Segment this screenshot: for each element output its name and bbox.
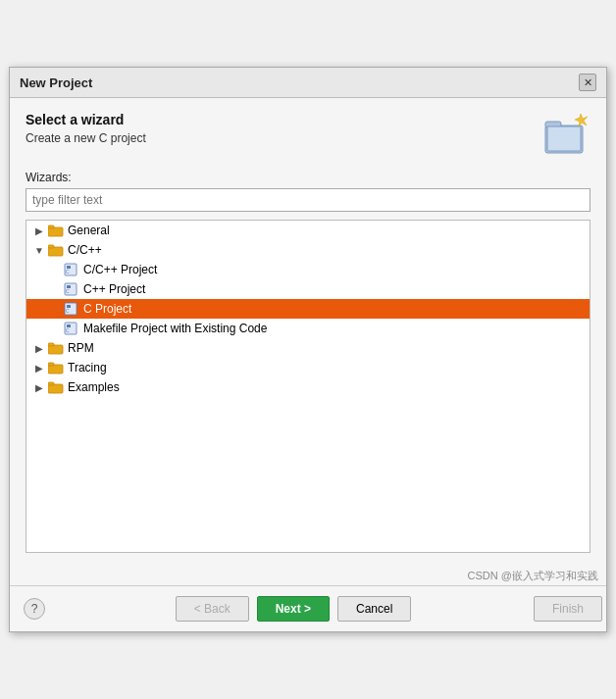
tree-item-tracing[interactable]: ▶ Tracing (26, 358, 590, 377)
expand-icon-cpp-plus-project (48, 282, 62, 296)
svg-text:C: C (66, 327, 70, 333)
tree-item-label-makefile-project: Makefile Project with Existing Code (83, 322, 267, 335)
svg-text:C: C (66, 308, 70, 314)
svg-text:C: C (66, 269, 70, 275)
expand-icon-cpp: ▼ (32, 243, 46, 257)
tree-item-label-c-project: C Project (83, 302, 131, 316)
expand-icon-c-project (48, 302, 62, 316)
title-bar: New Project ✕ (10, 68, 606, 98)
back-button[interactable]: < Back (176, 596, 249, 622)
new-project-icon (543, 112, 590, 159)
next-button[interactable]: Next > (257, 596, 330, 622)
svg-text:C: C (66, 288, 70, 294)
svg-rect-23 (48, 363, 54, 366)
expand-icon-examples: ▶ (32, 380, 46, 394)
header-section: Select a wizard Create a new C project (26, 112, 590, 159)
wizard-title: Select a wizard (26, 112, 146, 127)
expand-icon-rpm: ▶ (32, 341, 46, 355)
folder-icon-tracing (48, 361, 64, 374)
tree-item-c-project[interactable]: C C Project (26, 299, 590, 319)
folder-icon-cpp (48, 243, 64, 257)
file-icon-cpp-project: C (64, 263, 79, 276)
filter-input[interactable] (26, 188, 590, 212)
expand-icon-makefile-project (48, 322, 62, 335)
help-button[interactable]: ? (24, 598, 45, 620)
folder-icon-examples (48, 380, 64, 394)
folder-icon-general (48, 224, 64, 237)
expand-icon-general: ▶ (32, 224, 46, 237)
tree-item-label-cpp-project: C/C++ Project (83, 263, 157, 276)
file-icon-cpp-plus-project: C (64, 282, 79, 296)
file-icon-c-project: C (64, 302, 79, 316)
header-text: Select a wizard Create a new C project (26, 112, 146, 145)
wizard-tree-list: ▶ General▼ C/C++ C C/C++ Project C C++ P… (26, 220, 590, 553)
svg-rect-5 (48, 225, 54, 228)
tree-item-label-rpm: RPM (68, 341, 94, 355)
dialog-body: Select a wizard Create a new C project W… (10, 98, 606, 567)
svg-rect-7 (48, 245, 54, 248)
tree-item-examples[interactable]: ▶ Examples (26, 377, 590, 397)
tree-item-general[interactable]: ▶ General (26, 221, 590, 240)
tree-item-label-cpp: C/C++ (68, 243, 102, 257)
tree-item-label-general: General (68, 224, 110, 237)
tree-item-cpp[interactable]: ▼ C/C++ (26, 240, 590, 260)
cancel-button[interactable]: Cancel (337, 596, 411, 622)
tree-item-cpp-plus-project[interactable]: C C++ Project (26, 279, 590, 299)
tree-item-label-cpp-plus-project: C++ Project (83, 282, 145, 296)
expand-icon-tracing: ▶ (32, 361, 46, 374)
svg-marker-3 (575, 114, 588, 126)
close-button[interactable]: ✕ (579, 74, 596, 91)
svg-rect-2 (547, 126, 581, 151)
tree-item-label-examples: Examples (68, 380, 120, 394)
dialog-title: New Project (20, 75, 92, 90)
watermark: CSDN @嵌入式学习和实践 (10, 567, 606, 585)
wizard-subtitle: Create a new C project (26, 131, 146, 145)
tree-item-rpm[interactable]: ▶ RPM (26, 338, 590, 358)
footer-buttons: < Back Next > Cancel (176, 596, 412, 622)
tree-item-makefile-project[interactable]: C Makefile Project with Existing Code (26, 319, 590, 338)
expand-icon-cpp-project (48, 263, 62, 276)
svg-rect-21 (48, 343, 54, 346)
tree-item-label-tracing: Tracing (68, 361, 107, 374)
new-project-dialog: New Project ✕ Select a wizard Create a n… (9, 67, 607, 632)
finish-button[interactable]: Finish (534, 596, 602, 622)
folder-icon-rpm (48, 341, 64, 355)
tree-item-cpp-project[interactable]: C C/C++ Project (26, 260, 590, 279)
wizards-label: Wizards: (26, 171, 590, 184)
svg-rect-25 (48, 382, 54, 385)
file-icon-makefile-project: C (64, 322, 79, 335)
dialog-footer: ? < Back Next > Cancel Finish (10, 585, 606, 631)
wizard-icon (543, 112, 590, 159)
